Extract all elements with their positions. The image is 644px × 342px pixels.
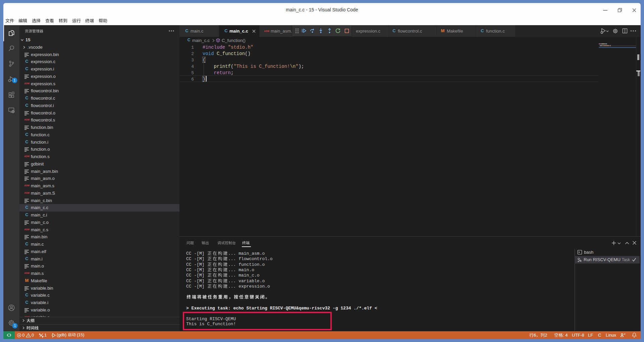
svg-text:1: 1 <box>14 78 16 82</box>
svg-text:1: 1 <box>14 324 16 328</box>
